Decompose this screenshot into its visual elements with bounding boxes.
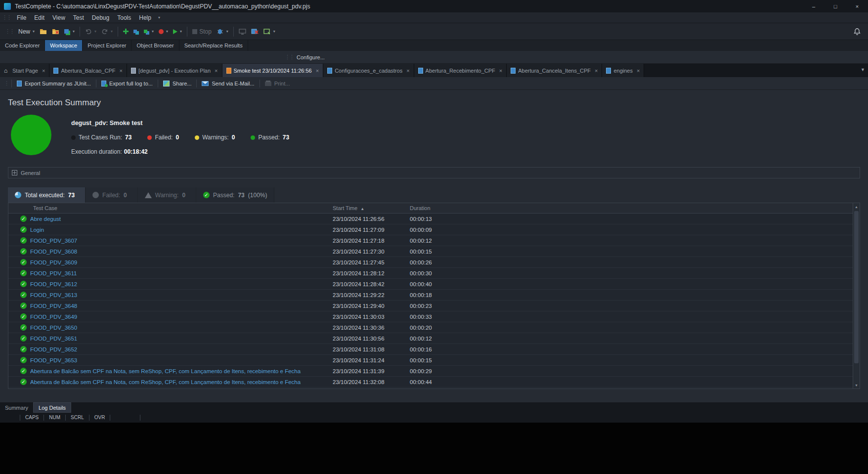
table-row[interactable]: FOOD_PDV_3607 23/10/2024 11:27:18 00:00:… [8,235,860,246]
panel-tab[interactable]: Project Explorer [83,40,131,51]
test-case-link[interactable]: Login [30,227,333,233]
log-toolbar-button[interactable]: Share... [159,79,196,88]
test-case-link[interactable]: FOOD_PDV_3653 [30,357,333,363]
test-case-link[interactable]: FOOD_PDV_3650 [30,325,333,331]
table-row[interactable]: FOOD_PDV_3648 23/10/2024 11:29:40 00:00:… [8,301,860,311]
bottom-tab-log-details[interactable]: Log Details [33,402,71,413]
document-tab[interactable]: Abertura_Recebimento_CPF × [414,64,507,77]
scroll-up-icon[interactable]: ▲ [853,203,860,210]
undo-button[interactable]: ▾ [83,26,99,37]
table-row[interactable]: Abertura de Balcão sem CPF na Nota, sem … [8,366,860,377]
menu-debug[interactable]: Debug [88,13,113,22]
table-row[interactable]: FOOD_PDV_3652 23/10/2024 11:31:08 00:00:… [8,344,860,355]
close-project-button[interactable] [49,27,62,37]
panel-tab[interactable]: Workspace [45,40,83,51]
test-case-link[interactable]: FOOD_PDV_3611 [30,270,333,276]
menu-test[interactable]: Test [69,13,88,22]
log-toolbar-button[interactable]: Send via E-Mail... [198,79,258,88]
table-row[interactable]: Abertura de Balcão sem CPF na Nota, com … [8,377,860,388]
close-button[interactable]: × [846,0,868,12]
panel-tab[interactable]: Code Explorer [0,40,45,51]
menu-overflow-icon[interactable]: ▾ [155,15,163,20]
scrollbar-thumb[interactable] [854,211,859,363]
document-tab[interactable]: engines × [602,64,644,77]
new-window-button[interactable]: ▾ [261,27,278,37]
bottom-tab-summary[interactable]: Summary [0,402,33,413]
test-case-link[interactable]: FOOD_PDV_3613 [30,292,333,298]
open-button[interactable] [37,27,49,37]
table-row[interactable]: FOOD_PDV_3649 23/10/2024 11:30:03 00:00:… [8,311,860,322]
table-row[interactable]: Abre degust 23/10/2024 11:26:56 00:00:13 [8,214,860,224]
table-row[interactable]: FOOD_PDV_3609 23/10/2024 11:27:45 00:00:… [8,257,860,268]
test-case-link[interactable]: Abertura de Balcão sem CPF na Nota, com … [30,379,333,385]
maximize-button[interactable]: □ [825,0,846,12]
log-toolbar-button[interactable]: Export Summary as JUnit... [13,79,95,88]
close-tab-icon[interactable]: × [405,68,409,74]
document-tab[interactable]: Start Page × [0,64,49,77]
redo-button[interactable]: ▾ [99,26,115,37]
test-case-link[interactable]: FOOD_PDV_3607 [30,238,333,244]
add-item-button[interactable] [121,27,131,36]
test-case-link[interactable]: Abertura de Balcão sem CPF na Nota, sem … [30,368,333,374]
test-case-link[interactable]: Abre degust [30,216,333,222]
table-row[interactable]: FOOD_PDV_3611 23/10/2024 11:28:12 00:00:… [8,268,860,279]
menu-help[interactable]: Help [135,13,155,22]
remote-desktop-button[interactable] [236,27,249,37]
test-case-link[interactable]: FOOD_PDV_3612 [30,281,333,287]
column-header-test-case[interactable]: Test Case [30,205,333,211]
record-button[interactable]: ▾ [156,27,171,36]
close-tab-icon[interactable]: × [314,68,319,74]
menu-edit[interactable]: Edit [30,13,48,22]
tab-list-dropdown-icon[interactable]: ▼ [861,67,865,72]
table-row[interactable]: FOOD_PDV_3608 23/10/2024 11:27:30 00:00:… [8,246,860,257]
scroll-down-icon[interactable]: ▼ [853,382,860,388]
table-row[interactable]: Login 23/10/2024 11:27:09 00:00:09 [8,224,860,235]
column-header-duration[interactable]: Duration [410,205,860,211]
minimize-button[interactable]: – [803,0,825,12]
column-header-start-time[interactable]: Start Time▲ [333,205,410,211]
debug-run-button[interactable]: ▾ [214,26,231,37]
table-row[interactable]: FOOD_PDV_3613 23/10/2024 11:29:22 00:00:… [8,290,860,301]
run-button[interactable]: ▾ [171,27,184,36]
new-button[interactable]: New ▾ [16,26,37,37]
document-tab[interactable]: Smoke test 23/10/2024 11:26:56 × [222,64,324,77]
test-case-link[interactable]: FOOD_PDV_3608 [30,249,333,255]
document-tab[interactable]: [degust_pdv] - Execution Plan × [127,64,222,77]
table-row[interactable]: FOOD_PDV_3651 23/10/2024 11:30:56 00:00:… [8,333,860,344]
document-tab[interactable]: Configuracoes_e_cadastros × [323,64,414,77]
panel-tab[interactable]: Object Browser [131,40,179,51]
close-windows-button[interactable] [249,27,261,37]
table-row[interactable]: FOOD_PDV_3653 23/10/2024 11:31:24 00:00:… [8,355,860,366]
general-section-header[interactable]: General [8,167,860,178]
menu-file[interactable]: File [13,13,30,22]
document-tab[interactable]: Abertura_Cancela_Itens_CPF × [507,64,602,77]
log-toolbar-button[interactable]: Export full log to... [97,79,157,88]
project-items-button[interactable] [131,28,141,35]
document-tab[interactable]: Abertura_Balcao_CPF × [49,64,127,77]
test-case-link[interactable]: FOOD_PDV_3651 [30,336,333,342]
close-tab-icon[interactable]: × [213,68,217,74]
configure-button[interactable]: Configure... [297,54,325,60]
close-tab-icon[interactable]: × [593,68,598,74]
result-filter-tab[interactable]: Failed: 0 [86,187,138,203]
result-filter-tab[interactable]: Passed: 73 (100%) [196,187,274,203]
result-filter-tab[interactable]: Total executed: 73 [8,187,86,203]
result-filter-tab[interactable]: Warning: 0 [138,187,196,203]
log-toolbar-button[interactable]: Print... [261,79,294,88]
test-case-link[interactable]: FOOD_PDV_3649 [30,314,333,320]
menu-tools[interactable]: Tools [113,13,135,22]
test-case-link[interactable]: FOOD_PDV_3609 [30,259,333,265]
notifications-button[interactable] [853,28,865,36]
panel-tab[interactable]: Search/Replace Results [179,40,248,51]
table-scrollbar[interactable]: ▲ ▼ [853,203,860,388]
test-case-link[interactable]: FOOD_PDV_3652 [30,346,333,352]
close-tab-icon[interactable]: × [118,68,122,74]
close-tab-icon[interactable]: × [41,68,45,74]
expand-icon[interactable] [12,170,17,175]
title-bar[interactable]: TestComplete - C:\automacao\LinxDegustPD… [0,0,868,12]
save-all-button[interactable]: ▾ [62,27,77,36]
table-row[interactable]: FOOD_PDV_3612 23/10/2024 11:28:42 00:00:… [8,279,860,290]
stop-button[interactable]: Stop [190,26,214,37]
close-tab-icon[interactable]: × [498,68,502,74]
menu-view[interactable]: View [48,13,69,22]
